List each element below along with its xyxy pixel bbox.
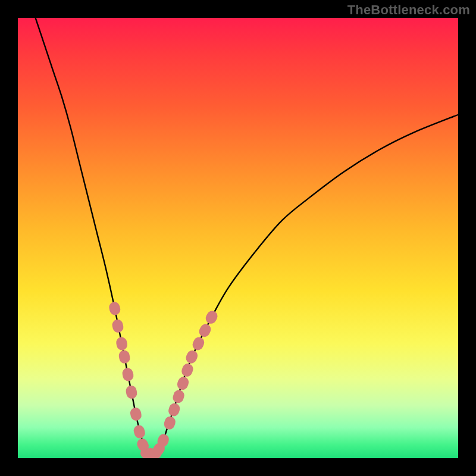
bottleneck-curve xyxy=(36,18,458,455)
marker-point xyxy=(118,349,131,364)
marker-point xyxy=(176,375,190,392)
marker-point xyxy=(125,384,138,399)
chart-frame: TheBottleneck.com xyxy=(0,0,476,476)
marker-point xyxy=(203,309,219,325)
marker-point xyxy=(167,402,181,418)
marker-point xyxy=(129,406,142,421)
marker-point xyxy=(108,301,121,316)
marker-point xyxy=(111,318,124,333)
chart-plot-area xyxy=(18,18,458,458)
marker-point xyxy=(171,389,186,405)
marker-point xyxy=(180,362,195,378)
marker-point xyxy=(184,349,200,365)
marker-point xyxy=(191,336,206,352)
watermark-text: TheBottleneck.com xyxy=(347,2,470,18)
marker-point xyxy=(115,336,129,351)
marker-point xyxy=(133,424,146,440)
highlight-markers xyxy=(108,301,220,458)
marker-point xyxy=(162,415,177,431)
chart-svg xyxy=(18,18,458,458)
marker-point xyxy=(197,322,212,339)
marker-point xyxy=(121,367,134,382)
